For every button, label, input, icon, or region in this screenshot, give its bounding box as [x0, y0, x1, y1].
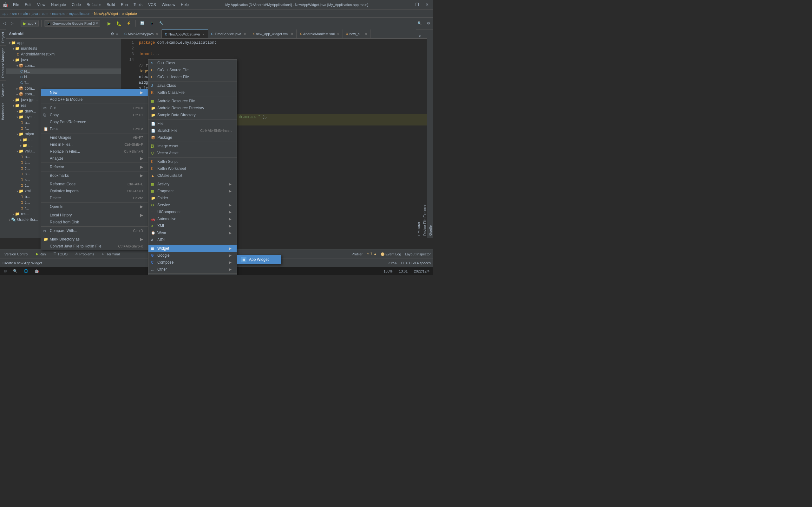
panel-header-icon1[interactable]: ⚙ — [111, 32, 114, 36]
ctx1-add-cpp[interactable]: Add C++ to Module — [41, 96, 148, 103]
ctx1-copy[interactable]: ⎘ Copy Ctrl+C — [41, 112, 148, 118]
tree-item-mainactivity[interactable]: C N... — [6, 74, 121, 80]
tab-androidmanifest[interactable]: X AndroidManifest.xml × — [297, 30, 343, 38]
breadcrumb-com[interactable]: com — [42, 12, 49, 15]
toolbar-device-dropdown[interactable]: 📱 Genymobile Google Pixel 3 ▾ — [44, 20, 100, 26]
vtab-device-file-explorer[interactable]: Device File Explorer — [422, 29, 427, 238]
warning-badge[interactable]: ⚠ 7 ▲ — [366, 252, 377, 256]
ctx2-aidl[interactable]: A AIDL — [148, 236, 237, 243]
ctx2-java-class[interactable]: J Java Class — [148, 82, 237, 89]
breadcrumb-src[interactable]: src — [12, 12, 17, 15]
ctx1-replace-files[interactable]: Replace in Files... Ctrl+Shift+R — [41, 148, 148, 155]
tab-more-close[interactable]: × — [365, 32, 367, 36]
ctx1-delete[interactable]: Delete... Delete — [41, 194, 148, 202]
ctx2-widget[interactable]: ▦ Widget ▶ — [148, 245, 237, 252]
ctx1-convert-kotlin[interactable]: Convert Java File to Kotlin File Ctrl+Al… — [41, 243, 148, 250]
minimize-button[interactable]: — — [403, 2, 411, 8]
bp-tab-run[interactable]: ▶Run — [34, 251, 48, 257]
ctx2-image-asset[interactable]: 🖼 Image Asset — [148, 143, 237, 150]
ctx1-local-history[interactable]: Local History ▶ — [41, 212, 148, 219]
menu-help[interactable]: Help — [179, 2, 191, 8]
breadcrumb-main[interactable]: main — [20, 12, 28, 15]
ctx2-folder[interactable]: 📁 Folder — [148, 194, 237, 202]
toolbar-forward[interactable]: ▷ — [9, 20, 15, 26]
ctx2-google[interactable]: G Google ▶ — [148, 252, 237, 259]
ctx2-vector-asset[interactable]: ⬡ Vector Asset — [148, 150, 237, 157]
ctx1-open-in[interactable]: Open In ▶ — [41, 203, 148, 210]
ctx1-bookmarks[interactable]: Bookmarks ▶ — [41, 172, 148, 179]
ctx1-refactor[interactable]: Refactor ▶ — [41, 164, 148, 170]
layout-inspector-label[interactable]: Layout Inspector — [405, 252, 431, 256]
breadcrumb-method[interactable]: onUpdate — [122, 12, 137, 15]
ctx2-file[interactable]: 📄 File — [148, 120, 237, 127]
toolbar-sdk[interactable]: 🔧 — [157, 20, 165, 26]
ctx2-kotlin-class[interactable]: K Kotlin Class/File — [148, 89, 237, 96]
menu-navigate[interactable]: Navigate — [49, 2, 68, 8]
ctx1-find-files[interactable]: Find in Files... Ctrl+Shift+F — [41, 141, 148, 148]
tab-mainactivity-close[interactable]: × — [156, 32, 158, 36]
vtab-gradle[interactable]: Gradle — [427, 29, 433, 238]
tab-newappwidget-close[interactable]: × — [202, 32, 204, 36]
maximize-button[interactable]: ❐ — [413, 2, 421, 8]
tab-newappwidget[interactable]: C NewAppWidget.java × — [162, 30, 208, 38]
tree-item-java[interactable]: ▾ 📁 java — [6, 57, 121, 63]
tab-timeservice[interactable]: C TimeService.java × — [208, 30, 250, 38]
ctx2-android-resource-dir[interactable]: 📁 Android Resource Directory — [148, 105, 237, 112]
toolbar-sync[interactable]: 🔄 — [138, 20, 147, 26]
vtab-project[interactable]: Project — [0, 29, 6, 45]
ctx1-cut[interactable]: ✂ Cut Ctrl+X — [41, 105, 148, 112]
event-log-label[interactable]: ⬤Event Log — [380, 252, 401, 256]
tree-item-manifests[interactable]: ▾ 📁 manifests — [6, 46, 121, 51]
taskbar-android-studio[interactable]: 🤖 — [32, 268, 42, 274]
tab-androidmanifest-close[interactable]: × — [337, 32, 339, 36]
tab-timeservice-close[interactable]: × — [244, 32, 246, 36]
ctx2-automotive[interactable]: 🚗 Automotive ▶ — [148, 216, 237, 222]
ctx2-package[interactable]: 📦 Package — [148, 134, 237, 141]
ctx1-find-usages[interactable]: Find Usages Alt+F7 — [41, 134, 148, 141]
ctx1-mark-directory[interactable]: 📁 Mark Directory as ▶ — [41, 236, 148, 243]
vtab-bookmarks[interactable]: Bookmarks — [0, 100, 6, 123]
taskbar-search[interactable]: 🔍 — [10, 268, 20, 274]
ctx1-reload-disk[interactable]: Reload from Disk — [41, 219, 148, 226]
tree-item-timeservice[interactable]: C T... — [6, 80, 121, 86]
bp-tab-problems[interactable]: ⚠Problems — [73, 251, 96, 257]
ctx2-resource-bundle[interactable]: 📦 Resource Bundle — [148, 274, 237, 275]
ctx2-wear[interactable]: ⌚ Wear ▶ — [148, 229, 237, 236]
ctx2-cpp-class[interactable]: S C++ Class — [148, 60, 237, 66]
ctx2-xml[interactable]: X XML ▶ — [148, 222, 237, 229]
ctx1-new[interactable]: New ▶ — [41, 89, 148, 96]
ctx2-activity[interactable]: ▦ Activity ▶ — [148, 181, 237, 187]
toolbar-run[interactable]: ▶ — [106, 20, 113, 27]
breadcrumb-class[interactable]: NewAppWidget — [94, 12, 118, 15]
tab-new-app-widget-xml-close[interactable]: × — [291, 32, 293, 36]
menu-tools[interactable]: Tools — [132, 2, 144, 8]
menu-file[interactable]: File — [11, 2, 21, 8]
ctx2-other[interactable]: … Other ▶ — [148, 266, 237, 273]
ctx2-sample-data-dir[interactable]: 📁 Sample Data Directory — [148, 112, 237, 118]
tab-mainactivity[interactable]: C MainActivity.java × — [121, 30, 162, 38]
ctx1-optimize-imports[interactable]: Optimize Imports Ctrl+Alt+O — [41, 187, 148, 194]
toolbar-avd[interactable]: 📱 — [148, 20, 156, 26]
bp-tab-terminal[interactable]: >_Terminal — [100, 251, 121, 257]
ctx2-android-resource-file[interactable]: ▦ Android Resource File — [148, 98, 237, 105]
menu-code[interactable]: Code — [70, 2, 83, 8]
close-button[interactable]: ✕ — [423, 2, 431, 8]
ctx2-scratch-file[interactable]: 📄 Scratch File Ctrl+Alt+Shift+Insert — [148, 127, 237, 134]
menu-vcs[interactable]: VCS — [146, 2, 158, 8]
panel-header-icon2[interactable]: ≡ — [116, 32, 118, 36]
ctx1-reformat[interactable]: Reformat Code Ctrl+Alt+L — [41, 181, 148, 187]
breadcrumb-myapplication[interactable]: myapplication — [69, 12, 90, 15]
ctx2-service[interactable]: ⚙ Service ▶ — [148, 202, 237, 209]
toolbar-settings[interactable]: ⚙ — [425, 20, 432, 26]
toolbar-back[interactable]: ◁ — [1, 20, 8, 26]
ctx1-analyze[interactable]: Analyze ▶ — [41, 155, 148, 162]
ctx2-fragment[interactable]: ▦ Fragment ▶ — [148, 187, 237, 194]
vtab-emulator[interactable]: Emulator — [416, 29, 422, 238]
ctx1-compare[interactable]: ⎋ Compare With... Ctrl+D — [41, 227, 148, 234]
ctx2-uicomponent[interactable]: □ UiComponent ▶ — [148, 209, 237, 216]
bp-tab-todo[interactable]: ☰TODO — [51, 251, 69, 257]
profiler-label[interactable]: Profiler — [351, 252, 362, 256]
breadcrumb-example[interactable]: example — [52, 12, 65, 15]
tree-item-app[interactable]: ▾ 📁 app — [6, 40, 121, 46]
taskbar-start[interactable]: ⊞ — [1, 268, 9, 274]
